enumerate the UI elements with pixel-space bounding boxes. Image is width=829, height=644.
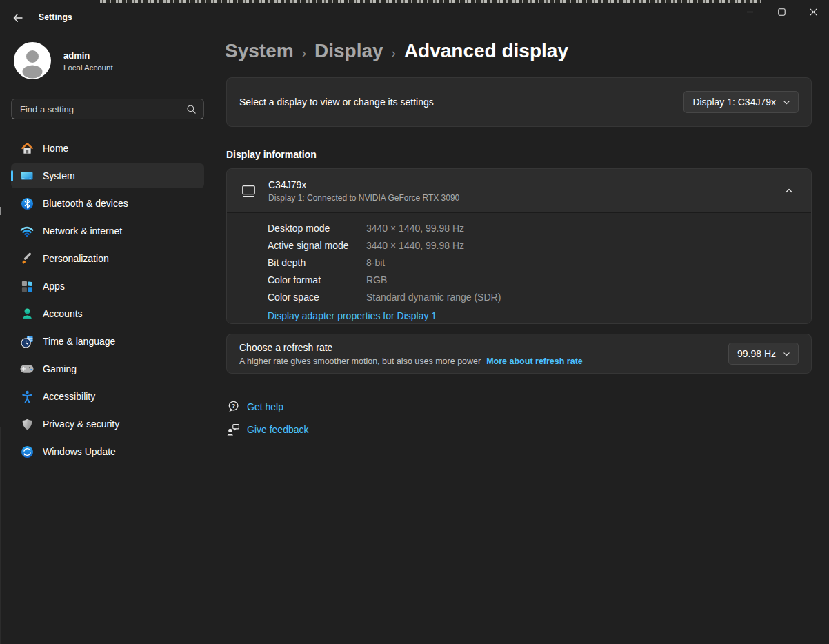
sidebar-item-label: Time & language: [43, 336, 115, 347]
gaming-icon: [20, 362, 34, 376]
close-icon: [810, 8, 817, 16]
top-edge-artifact: [100, 0, 761, 3]
search-box[interactable]: [11, 99, 204, 119]
sidebar-item-label: Network & internet: [43, 225, 122, 237]
back-button[interactable]: [7, 8, 29, 28]
info-row-bit-depth: Bit depth 8-bit: [268, 254, 797, 271]
sidebar-item-label: Personalization: [43, 253, 109, 264]
more-about-refresh-rate-link[interactable]: More about refresh rate: [486, 356, 583, 366]
select-display-card: Select a display to view or change its s…: [226, 77, 812, 127]
info-label: Bit depth: [268, 257, 366, 268]
sidebar-item-label: System: [43, 170, 75, 181]
info-row-color-space: Color space Standard dynamic range (SDR): [268, 288, 797, 305]
left-edge-artifact: [0, 427, 1, 644]
refresh-rate-dropdown[interactable]: 99.98 Hz: [728, 343, 799, 365]
close-button[interactable]: [797, 0, 829, 23]
sidebar-item-system[interactable]: System: [11, 163, 204, 188]
time-language-icon: [20, 334, 34, 348]
info-value: 3440 × 1440, 99.98 Hz: [366, 223, 464, 234]
collapse-button[interactable]: [778, 180, 800, 202]
refresh-rate-value: 99.98 Hz: [737, 348, 776, 359]
info-label: Color format: [268, 274, 366, 285]
breadcrumb-system[interactable]: System: [225, 40, 294, 62]
get-help-link[interactable]: ? Get help: [226, 400, 283, 414]
page-title: Advanced display: [404, 40, 568, 62]
sidebar-item-accounts[interactable]: Accounts: [11, 301, 204, 326]
info-row-color-format: Color format RGB: [268, 271, 797, 288]
sidebar-item-gaming[interactable]: Gaming: [11, 356, 204, 381]
chevron-down-icon: [783, 350, 790, 358]
help-question-icon: ?: [226, 400, 240, 414]
breadcrumb: System › Display › Advanced display: [225, 40, 568, 62]
accounts-icon: [20, 307, 34, 321]
sidebar-item-home[interactable]: Home: [11, 136, 204, 161]
breadcrumb-separator: ›: [294, 46, 314, 61]
accessibility-icon: [20, 390, 34, 403]
give-feedback-link[interactable]: Give feedback: [226, 423, 309, 436]
network-icon: [20, 224, 34, 238]
minimize-icon: [746, 8, 754, 16]
sidebar-item-label: Privacy & security: [43, 419, 119, 430]
user-name: admin: [63, 50, 90, 61]
maximize-button[interactable]: [766, 0, 797, 23]
select-display-label: Select a display to view or change its s…: [239, 97, 434, 108]
home-icon: [20, 141, 34, 155]
breadcrumb-separator: ›: [383, 46, 404, 61]
display-adapter-properties-link[interactable]: Display adapter properties for Display 1: [268, 307, 437, 324]
personalization-icon: [20, 252, 34, 265]
sidebar-item-label: Apps: [43, 281, 65, 292]
search-icon[interactable]: [186, 104, 197, 114]
get-help-label: Get help: [247, 401, 283, 412]
info-row-active-signal-mode: Active signal mode 3440 × 1440, 99.98 Hz: [268, 237, 797, 254]
section-title-display-information: Display information: [226, 149, 317, 160]
sidebar-item-time-language[interactable]: Time & language: [11, 329, 204, 354]
info-value: 8-bit: [366, 257, 385, 268]
sidebar-item-network[interactable]: Network & internet: [11, 219, 204, 243]
info-label: Active signal mode: [268, 240, 366, 251]
info-value: Standard dynamic range (SDR): [366, 292, 501, 303]
sidebar-item-privacy[interactable]: Privacy & security: [11, 412, 204, 436]
maximize-icon: [778, 8, 786, 16]
sidebar-item-label: Windows Update: [43, 446, 116, 457]
sidebar-item-label: Gaming: [43, 363, 77, 374]
sidebar-item-windows-update[interactable]: Windows Update: [11, 439, 204, 464]
chevron-up-icon: [785, 187, 793, 195]
refresh-rate-description: A higher rate gives smoother motion, but…: [239, 356, 481, 366]
monitor-icon: [241, 184, 257, 198]
display-select-value: Display 1: C34J79x: [692, 97, 776, 108]
give-feedback-label: Give feedback: [247, 424, 309, 435]
display-information-expander-header[interactable]: C34J79x Display 1: Connected to NVIDIA G…: [227, 169, 811, 213]
person-icon: [14, 42, 51, 79]
user-account-type: Local Account: [63, 63, 113, 72]
display-device-name: C34J79x: [268, 179, 459, 190]
avatar[interactable]: [14, 42, 51, 79]
display-information-body: Desktop mode 3440 × 1440, 99.98 Hz Activ…: [227, 213, 811, 323]
refresh-rate-title: Choose a refresh rate: [239, 342, 583, 353]
feedback-icon: [226, 423, 240, 436]
info-value: 3440 × 1440, 99.98 Hz: [366, 240, 464, 251]
sidebar-item-apps[interactable]: Apps: [11, 274, 204, 299]
search-input[interactable]: [20, 104, 186, 114]
display-connection-info: Display 1: Connected to NVIDIA GeForce R…: [268, 193, 459, 203]
left-edge-artifact-dash: [0, 207, 1, 215]
info-value: RGB: [366, 274, 387, 285]
info-label: Color space: [268, 292, 366, 303]
sidebar-item-label: Home: [43, 143, 68, 154]
system-icon: [20, 169, 34, 183]
display-select-dropdown[interactable]: Display 1: C34J79x: [683, 91, 799, 113]
sidebar-item-accessibility[interactable]: Accessibility: [11, 384, 204, 409]
sidebar-item-label: Accounts: [43, 308, 83, 319]
info-row-desktop-mode: Desktop mode 3440 × 1440, 99.98 Hz: [268, 219, 797, 237]
bluetooth-icon: [20, 197, 34, 210]
windows-update-icon: [20, 445, 34, 459]
sidebar-item-label: Bluetooth & devices: [43, 198, 128, 209]
back-arrow-icon: [12, 12, 23, 23]
shield-icon: [20, 417, 34, 431]
sidebar-item-bluetooth[interactable]: Bluetooth & devices: [11, 191, 204, 216]
apps-icon: [20, 279, 34, 293]
svg-text:?: ?: [232, 403, 235, 410]
breadcrumb-display[interactable]: Display: [314, 40, 383, 62]
info-label: Desktop mode: [268, 223, 366, 234]
minimize-button[interactable]: [734, 0, 766, 23]
sidebar-item-personalization[interactable]: Personalization: [11, 246, 204, 271]
